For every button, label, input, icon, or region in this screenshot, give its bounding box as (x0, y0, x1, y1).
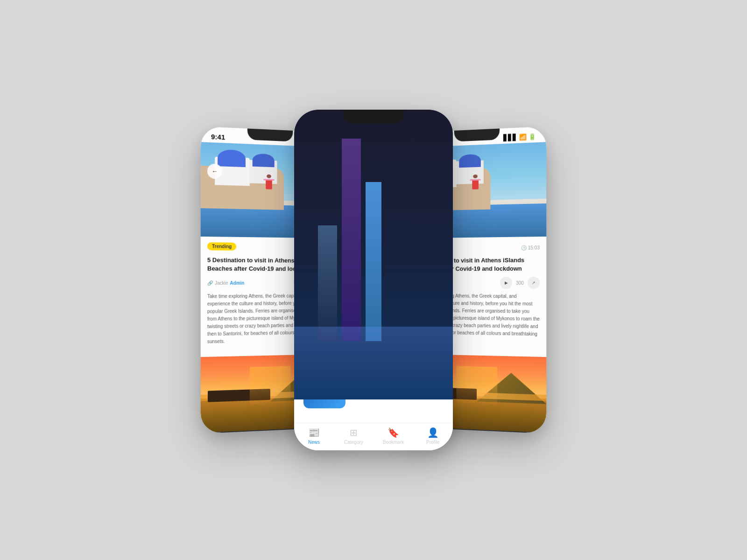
center-cat-icon: ⊞ (350, 427, 358, 438)
right-parms (470, 179, 480, 181)
right-battery: 🔋 (529, 133, 536, 140)
center-bottom-nav: 📰 News ⊞ Category 🔖 Bookmark 👤 Profile (294, 423, 453, 450)
right-actions: ▶ 300 ↗ (500, 277, 540, 289)
center-phone: 9:41 ▋▋▋ 📶 🔋 Morning, Jackie Here is you… (294, 110, 453, 450)
right-person (470, 175, 480, 193)
center-bm-label: Bookmark (383, 440, 404, 445)
center-screen: 9:41 ▋▋▋ 📶 🔋 Morning, Jackie Here is you… (294, 110, 453, 450)
app-scene: 9:41 ▋▋▋ 📶 🔋 (47, 35, 700, 525)
right-clock-icon: 🕒 (521, 245, 527, 251)
right-share-btn[interactable]: ↗ (528, 277, 540, 289)
left-time: 9:41 (211, 133, 225, 141)
right-d2 (459, 154, 481, 168)
sun-reflection (250, 366, 291, 405)
person-figure (263, 174, 274, 193)
right-play-btn[interactable]: ▶ (500, 277, 512, 289)
link-icon: 🔗 (207, 280, 213, 286)
news-list: Travel 5 Destination to visit in around … (294, 280, 453, 423)
person-head (267, 175, 271, 178)
left-admin-link[interactable]: Admin (230, 280, 245, 286)
right-phead (473, 175, 477, 178)
center-nav-profile[interactable]: 👤 Profile (413, 427, 453, 445)
center-nav-bookmark[interactable]: 🔖 Bookmark (374, 427, 413, 445)
tech-bg (303, 327, 345, 362)
center-nav-category[interactable]: ⊞ Category (334, 427, 374, 445)
city-art-wrap (303, 327, 345, 362)
center-prof-icon: 👤 (427, 427, 439, 438)
city-lights (303, 327, 345, 362)
right-wifi: 📶 (519, 133, 527, 141)
right-signal: ▋▋▋ (503, 134, 517, 141)
right-reflection (457, 366, 498, 405)
center-nav-news[interactable]: 📰 News (294, 427, 334, 445)
center-bm-icon: 🔖 (388, 427, 399, 438)
center-notch (343, 110, 404, 124)
tech-thumb (303, 327, 345, 362)
back-button[interactable]: ← (207, 163, 222, 179)
left-author-info: 🔗 Jackie Admin (207, 280, 244, 286)
right-time-stamp: 🕒 15:03 (521, 245, 540, 250)
center-news-icon: 📰 (308, 427, 320, 438)
person-arms (263, 179, 274, 181)
left-notch (247, 128, 293, 141)
center-cat-label: Category (344, 440, 363, 445)
right-views: 300 (516, 280, 524, 286)
right-status-icons: ▋▋▋ 📶 🔋 (503, 133, 536, 141)
center-prof-label: Profile (426, 440, 439, 445)
center-news-label: News (308, 440, 320, 445)
right-notch (454, 128, 500, 141)
left-trending-badge: Trending (207, 242, 236, 251)
news-item-tech: Technology Technology moves forward as t… (303, 327, 444, 368)
